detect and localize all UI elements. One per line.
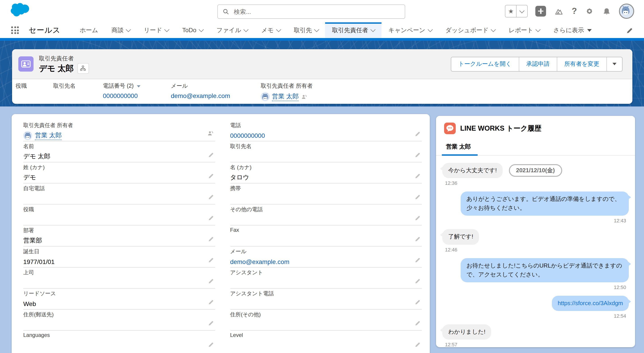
- triangle-down-icon[interactable]: [137, 85, 140, 87]
- owner-link[interactable]: 営業 太郎: [35, 131, 62, 140]
- tab-contacts[interactable]: 取引先責任者: [325, 22, 382, 38]
- tab-home[interactable]: ホーム: [73, 22, 105, 38]
- salesforce-contact-page: ★ ? セールス ホーム 商談 リード ToDo ファイル メモ 取引先 取: [0, 0, 644, 353]
- lineworks-icon: [444, 123, 456, 134]
- search-input[interactable]: [233, 8, 400, 16]
- edit-icon[interactable]: [414, 194, 421, 200]
- tab-more[interactable]: さらに表示: [547, 22, 598, 38]
- tab-accounts[interactable]: 取引先: [287, 22, 325, 38]
- active-tab-underline: [442, 154, 478, 156]
- edit-icon[interactable]: [414, 236, 421, 242]
- edit-icon[interactable]: [208, 341, 214, 348]
- chat-message: お待たせしました!こちらのURLからビデオ通話できますので、アクセスしてください…: [442, 258, 629, 282]
- field-fax: Fax: [230, 225, 422, 246]
- owner-avatar: [261, 92, 270, 101]
- more-actions-dropdown-button[interactable]: [607, 57, 622, 71]
- field-phone: 電話 0000000000: [230, 120, 422, 141]
- change-owner-button[interactable]: 所有者を変更: [557, 57, 607, 71]
- tab-dashboards[interactable]: ダッシュボード: [439, 22, 502, 38]
- owner-link[interactable]: 営業 太郎: [272, 92, 299, 101]
- app-name: セールス: [28, 25, 60, 35]
- highlight-account-name: 取引先名: [53, 82, 76, 92]
- chat-tab-sales-taro[interactable]: 営業 太郎: [446, 140, 471, 155]
- tab-files[interactable]: ファイル: [210, 22, 255, 38]
- edit-icon[interactable]: [414, 278, 421, 284]
- tab-reports[interactable]: レポート: [502, 22, 547, 38]
- highlight-email: メール demo@example.com: [171, 82, 230, 99]
- tab-todo[interactable]: ToDo: [176, 22, 210, 38]
- chevron-down-icon: [244, 27, 249, 32]
- field-assistant-phone: アシスタント電話: [230, 288, 422, 310]
- chat-message: 了解です!: [442, 229, 629, 244]
- record-name: デモ 太郎: [39, 63, 74, 74]
- app-navigation: セールス ホーム 商談 リード ToDo ファイル メモ 取引先 取引先責任者 …: [0, 22, 644, 38]
- edit-icon[interactable]: [208, 299, 214, 305]
- edit-icon[interactable]: [414, 320, 421, 326]
- edit-icon[interactable]: [208, 194, 214, 200]
- phone-link[interactable]: 0000000000: [103, 92, 138, 99]
- chevron-down-icon: [370, 27, 376, 32]
- message-time: 12:50: [442, 284, 626, 290]
- notifications-bell-icon[interactable]: [602, 7, 611, 16]
- video-call-url-link[interactable]: https://sforce.co/3Alxdgm: [558, 300, 623, 306]
- favorites-dropdown-icon[interactable]: [517, 5, 528, 17]
- submit-approval-button[interactable]: 承認申請: [519, 57, 557, 71]
- contact-details-panel: 取引先責任者 所有者 営業 太郎 名前 デモ 太郎 姓 (カナ) デモ 自宅電話: [12, 114, 430, 353]
- edit-icon[interactable]: [414, 299, 421, 305]
- edit-icon[interactable]: [208, 278, 214, 284]
- favorites-star-icon[interactable]: ★: [506, 5, 517, 17]
- edit-icon[interactable]: [208, 173, 214, 179]
- help-icon[interactable]: ?: [572, 6, 577, 16]
- chevron-down-icon: [536, 27, 541, 32]
- field-languages: Languages: [23, 331, 215, 352]
- brand-strip: [0, 38, 644, 41]
- triangle-down-icon: [612, 63, 616, 65]
- phone-link[interactable]: 0000000000: [230, 132, 265, 139]
- edit-icon[interactable]: [208, 320, 214, 326]
- email-link[interactable]: demo@example.com: [171, 92, 230, 99]
- global-search[interactable]: [217, 5, 405, 19]
- highlight-owner: 取引先責任者 所有者 営業 太郎: [261, 82, 312, 101]
- field-reports-to: 上司: [23, 267, 215, 288]
- edit-icon[interactable]: [208, 236, 214, 242]
- tab-notes[interactable]: メモ: [255, 22, 287, 38]
- edit-icon[interactable]: [414, 173, 421, 179]
- field-last-name-kana: 姓 (カナ) デモ: [23, 162, 215, 183]
- tab-campaigns[interactable]: キャンペーン: [382, 22, 439, 38]
- entity-label: 取引先責任者: [39, 54, 89, 62]
- edit-icon[interactable]: [414, 215, 421, 221]
- edit-icon[interactable]: [208, 257, 214, 263]
- global-actions-plus-icon[interactable]: [536, 6, 546, 17]
- setup-gear-icon[interactable]: [584, 6, 594, 16]
- open-talk-room-button[interactable]: トークルームを開く: [451, 57, 519, 71]
- hierarchy-button[interactable]: [77, 63, 89, 74]
- chat-message: https://sforce.co/3Alxdgm: [442, 296, 629, 311]
- favorites-control[interactable]: ★: [505, 5, 528, 18]
- global-header: ★ ?: [0, 0, 644, 22]
- nav-edit-pencil-icon[interactable]: [626, 27, 633, 34]
- edit-icon[interactable]: [414, 257, 421, 263]
- tab-leads[interactable]: リード: [137, 22, 176, 38]
- record-header: 取引先責任者 デモ 太郎 トークルームを開く 承認申請 所有者を変更 役職: [12, 49, 632, 104]
- triangle-down-icon: [587, 29, 592, 32]
- change-owner-icon[interactable]: [207, 130, 214, 137]
- field-email: メール demo@example.com: [230, 246, 422, 267]
- message-time: 12:54: [442, 313, 626, 318]
- trailhead-icon[interactable]: [554, 6, 564, 16]
- change-owner-icon[interactable]: [301, 93, 308, 100]
- field-account-name: 取引先名: [230, 141, 422, 162]
- field-level: Level: [230, 331, 422, 352]
- app-launcher-icon[interactable]: [11, 27, 19, 34]
- edit-icon[interactable]: [208, 152, 214, 158]
- chat-history[interactable]: 今から大丈夫です! 2021/12/10(金) 12:36 ありがとうございます…: [436, 156, 635, 347]
- edit-icon[interactable]: [414, 152, 421, 158]
- email-link[interactable]: demo@example.com: [230, 258, 289, 265]
- tab-opportunities[interactable]: 商談: [105, 22, 137, 38]
- edit-icon[interactable]: [414, 341, 421, 348]
- field-first-name-kana: 名 (カナ) タロウ: [230, 162, 422, 183]
- chevron-down-icon: [428, 27, 433, 32]
- edit-icon[interactable]: [414, 131, 421, 137]
- user-avatar[interactable]: [619, 4, 634, 19]
- field-department: 部署 営業部: [23, 225, 215, 246]
- edit-icon[interactable]: [208, 215, 214, 221]
